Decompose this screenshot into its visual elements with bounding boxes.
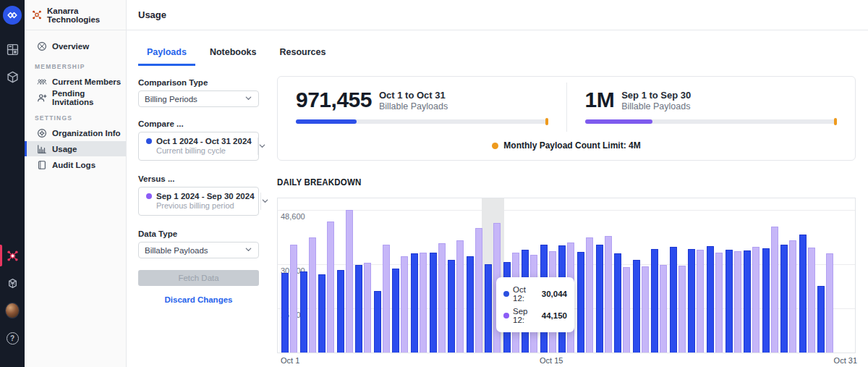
day-slot-oct-10[interactable] [448,198,467,353]
day-slot-oct-18[interactable] [596,198,615,353]
day-slot-oct-5[interactable] [355,198,374,353]
bar-sep-2[interactable] [309,237,316,353]
sidebar-item-pending-invitations[interactable]: Pending Invitations [25,90,126,105]
day-slot-oct-6[interactable] [374,198,393,353]
sidebar-item-audit-logs[interactable]: Audit Logs [25,157,126,172]
bar-oct-30[interactable] [817,286,825,353]
bar-oct-27[interactable] [762,248,770,353]
comparison-type-select[interactable]: Billing Periods [138,90,259,107]
bar-oct-2[interactable] [300,271,307,353]
discard-changes-link[interactable]: Discard Changes [138,295,259,304]
bar-sep-22[interactable] [678,266,686,353]
day-slot-oct-17[interactable] [577,198,596,353]
tab-payloads[interactable]: Payloads [138,43,195,66]
tab-resources[interactable]: Resources [271,43,334,66]
bar-sep-7[interactable] [401,256,408,353]
storage-box-icon[interactable] [5,276,20,290]
bar-sep-5[interactable] [364,263,371,353]
daily-breakdown-chart: 48,60030,00015,000 Oct 12: 30,044 Sep 12… [277,198,856,353]
bar-sep-21[interactable] [660,265,667,353]
bar-sep-17[interactable] [586,237,593,353]
day-slot-oct-8[interactable] [411,198,430,353]
versus-select[interactable]: Sep 1 2024 - Sep 30 2024 Previous billin… [138,187,259,216]
day-slot-oct-25[interactable] [726,198,744,353]
bar-oct-10[interactable] [448,260,455,353]
day-slot-oct-24[interactable] [707,198,726,353]
bar-oct-29[interactable] [799,235,807,353]
tab-notebooks[interactable]: Notebooks [201,43,265,66]
bar-sep-11[interactable] [475,228,482,353]
bar-oct-19[interactable] [614,253,621,353]
org-header[interactable]: Kanarra Technologies [25,0,126,30]
bar-oct-25[interactable] [726,250,733,353]
bar-sep-28[interactable] [789,240,796,353]
sidebar-item-usage[interactable]: Usage [25,141,126,156]
sidebar-item-current-members[interactable]: Current Members [25,74,126,89]
bar-sep-10[interactable] [456,240,464,353]
day-slot-oct-20[interactable] [633,198,652,353]
day-slot-oct-26[interactable] [744,198,762,353]
day-slot-oct-28[interactable] [780,198,799,353]
bar-oct-22[interactable] [670,247,677,353]
bar-sep-19[interactable] [623,267,630,353]
bar-oct-18[interactable] [596,245,603,353]
help-icon[interactable]: ? [5,331,20,345]
bar-sep-30[interactable] [826,253,833,353]
bar-oct-26[interactable] [744,250,751,353]
bar-oct-4[interactable] [337,270,344,353]
fetch-data-button[interactable]: Fetch Data [138,270,259,286]
compare-select[interactable]: Oct 1 2024 - Oct 31 2024 Current billing… [138,132,259,161]
day-slot-oct-23[interactable] [688,198,707,353]
day-slot-oct-27[interactable] [762,198,781,353]
bar-oct-6[interactable] [374,291,381,353]
bar-sep-18[interactable] [605,236,612,353]
bar-sep-4[interactable] [346,210,353,353]
app-logo[interactable] [3,6,22,25]
bar-sep-8[interactable] [420,253,427,353]
bar-oct-21[interactable] [651,249,658,353]
day-slot-oct-3[interactable] [318,198,337,353]
bar-oct-20[interactable] [633,260,640,353]
bar-oct-7[interactable] [392,269,399,353]
bar-sep-24[interactable] [715,253,723,353]
bar-sep-29[interactable] [808,248,815,353]
day-slot-oct-4[interactable] [337,198,356,353]
data-type-label: Data Type [138,229,259,238]
bar-oct-11[interactable] [467,256,474,353]
bar-oct-17[interactable] [577,252,584,353]
bar-oct-9[interactable] [430,253,437,353]
day-slot-oct-1[interactable] [281,198,300,353]
day-slot-oct-9[interactable] [430,198,448,353]
day-slot-oct-2[interactable] [300,198,319,353]
sidebar-item-overview[interactable]: Overview [25,38,126,54]
bar-sep-23[interactable] [697,250,704,353]
bar-oct-23[interactable] [688,249,695,353]
bar-sep-3[interactable] [327,222,334,353]
day-slot-oct-29[interactable] [799,198,818,353]
bar-sep-27[interactable] [771,227,778,353]
package-icon[interactable] [5,69,20,84]
bar-sep-20[interactable] [642,266,649,353]
bar-oct-24[interactable] [707,246,714,353]
bar-oct-12[interactable] [485,264,492,353]
bar-sep-6[interactable] [383,245,390,353]
bar-oct-5[interactable] [355,265,362,353]
bar-oct-3[interactable] [318,274,326,353]
bar-oct-28[interactable] [780,245,788,353]
user-avatar[interactable] [5,303,20,318]
data-type-select[interactable]: Billable Payloads [138,242,259,258]
day-slot-oct-30[interactable] [817,198,836,353]
bar-oct-1[interactable] [281,273,289,353]
day-slot-oct-21[interactable] [651,198,670,353]
bar-sep-26[interactable] [752,247,760,353]
org-network-icon[interactable] [5,248,20,263]
sidebar-item-organization-info[interactable]: Organization Info [25,125,126,140]
workspace-grid-icon[interactable] [5,42,20,56]
bar-sep-1[interactable] [290,245,297,353]
day-slot-oct-7[interactable] [392,198,411,353]
bar-sep-9[interactable] [438,243,446,353]
bar-oct-8[interactable] [411,253,418,353]
day-slot-oct-22[interactable] [670,198,689,353]
day-slot-oct-19[interactable] [614,198,633,353]
bar-sep-25[interactable] [734,251,741,353]
